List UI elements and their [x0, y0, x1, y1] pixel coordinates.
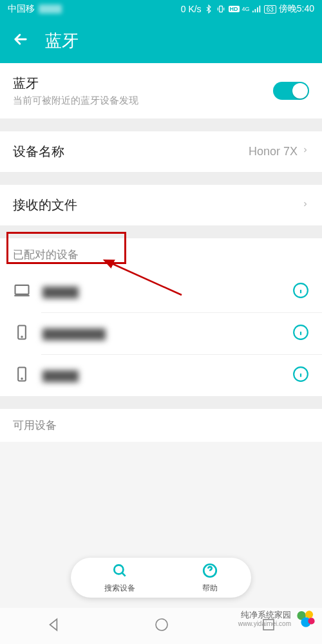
vibrate-icon — [216, 5, 226, 14]
carrier-label: 中国移 — [8, 3, 35, 15]
battery-icon: 63 — [264, 5, 276, 14]
received-files-label: 接收的文件 — [13, 196, 77, 214]
info-button[interactable] — [292, 324, 309, 343]
device-name: ▇▇▇▇▇▇▇ — [43, 327, 281, 341]
watermark: 纯净系统家园 www.yidaimei.com — [238, 608, 317, 630]
device-name: ▇▇▇▇ — [43, 285, 281, 299]
phone-icon — [13, 323, 31, 344]
phone-icon — [13, 365, 31, 386]
svg-point-8 — [21, 336, 22, 337]
search-devices-label: 搜索设备 — [104, 583, 135, 594]
status-blur — [39, 5, 62, 14]
bluetooth-toggle[interactable] — [273, 82, 309, 100]
bluetooth-subtitle: 当前可被附近的蓝牙设备发现 — [13, 95, 138, 107]
watermark-line2: www.yidaimei.com — [238, 620, 291, 628]
info-button[interactable] — [292, 282, 309, 301]
chevron-right-icon — [301, 145, 309, 158]
4g-icon: 4G — [242, 6, 250, 12]
nav-back-button[interactable] — [46, 616, 62, 636]
bluetooth-title: 蓝牙 — [13, 75, 138, 92]
svg-rect-5 — [15, 285, 29, 294]
search-devices-button[interactable]: 搜索设备 — [104, 562, 135, 594]
device-name: ▇▇▇▇ — [43, 368, 281, 383]
chevron-right-icon — [301, 199, 309, 212]
hd-badge: HD — [229, 6, 240, 12]
back-button[interactable] — [12, 30, 30, 51]
signal-icon — [252, 5, 261, 13]
device-name-label: 设备名称 — [13, 143, 64, 160]
device-name-row[interactable]: 设备名称 Honor 7X — [0, 131, 322, 172]
svg-point-21 — [308, 618, 314, 624]
svg-rect-0 — [219, 6, 222, 12]
app-bar: 蓝牙 — [0, 18, 322, 63]
toggle-knob — [292, 83, 308, 99]
svg-rect-3 — [257, 7, 258, 12]
svg-rect-1 — [252, 11, 254, 13]
available-devices-header: 可用设备 — [0, 409, 322, 442]
svg-rect-2 — [254, 9, 256, 12]
help-label: 帮助 — [202, 583, 218, 594]
clock-label: 傍晚5:40 — [279, 3, 314, 15]
status-bar: 中国移 0 K/s HD 4G 63 傍晚5:40 — [0, 0, 322, 18]
paired-device-row[interactable]: ▇▇▇▇▇▇▇ — [0, 313, 322, 354]
laptop-icon — [13, 281, 31, 302]
bottom-action-bar: 搜索设备 帮助 — [71, 558, 251, 598]
watermark-line1: 纯净系统家园 — [238, 610, 291, 620]
device-name-value: Honor 7X — [249, 145, 298, 158]
nav-home-button[interactable] — [154, 617, 169, 635]
bluetooth-icon — [204, 5, 213, 14]
svg-point-16 — [156, 619, 167, 630]
svg-rect-4 — [259, 6, 260, 13]
paired-device-row[interactable]: ▇▇▇▇ — [0, 271, 322, 312]
help-button[interactable]: 帮助 — [202, 562, 218, 594]
search-icon — [111, 562, 128, 582]
help-icon — [202, 562, 218, 582]
paired-devices-header: 已配对的设备 — [0, 238, 322, 271]
received-files-row[interactable]: 接收的文件 — [0, 185, 322, 225]
watermark-logo-icon — [295, 608, 317, 630]
svg-point-14 — [114, 565, 123, 574]
bluetooth-toggle-row[interactable]: 蓝牙 当前可被附近的蓝牙设备发现 — [0, 63, 322, 118]
page-title: 蓝牙 — [45, 30, 79, 52]
svg-point-19 — [305, 611, 313, 618]
network-speed: 0 K/s — [181, 4, 202, 14]
svg-point-11 — [21, 378, 22, 379]
paired-device-row[interactable]: ▇▇▇▇ — [0, 355, 322, 396]
info-button[interactable] — [292, 366, 309, 385]
